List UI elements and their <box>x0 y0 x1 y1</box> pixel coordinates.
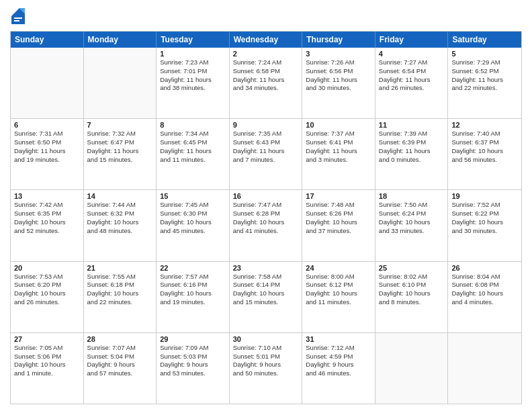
day-cell-17: 17Sunrise: 7:48 AMSunset: 6:26 PMDayligh… <box>302 190 375 261</box>
day-cell-2: 2Sunrise: 7:24 AMSunset: 6:58 PMDaylight… <box>230 48 303 118</box>
cell-info-line: and 19 minutes. <box>160 298 226 307</box>
cell-info-line: Sunset: 6:08 PM <box>451 281 518 289</box>
cell-info-line: Sunrise: 7:39 AM <box>379 130 445 138</box>
cell-info-line: and 26 minutes. <box>379 84 445 93</box>
cell-info-line: and 45 minutes. <box>160 227 226 236</box>
cell-info-line: and 19 minutes. <box>14 156 80 165</box>
cell-info-line: Daylight: 11 hours <box>306 76 371 85</box>
cell-info-line: Sunrise: 7:45 AM <box>160 201 226 210</box>
header <box>10 7 522 26</box>
cell-info-line: and 37 minutes. <box>306 227 371 236</box>
svg-rect-3 <box>14 20 19 21</box>
cell-info-line: Sunset: 6:18 PM <box>87 281 153 289</box>
day-cell-3: 3Sunrise: 7:26 AMSunset: 6:56 PMDaylight… <box>302 48 375 118</box>
day-of-week-wednesday: Wednesday <box>230 32 303 48</box>
cell-info-line: Daylight: 10 hours <box>451 147 518 156</box>
cell-info-line: Daylight: 10 hours <box>379 289 445 298</box>
day-cell-15: 15Sunrise: 7:45 AMSunset: 6:30 PMDayligh… <box>157 190 230 261</box>
cell-info-line: and 3 minutes. <box>306 156 371 165</box>
cell-info-line: and 56 minutes. <box>451 156 518 165</box>
day-cell-21: 21Sunrise: 7:55 AMSunset: 6:18 PMDayligh… <box>84 262 157 332</box>
day-number: 2 <box>233 50 299 58</box>
cell-info-line: and 11 minutes. <box>160 156 226 165</box>
cell-info-line: Sunset: 5:04 PM <box>87 353 153 361</box>
cell-info-line: Sunset: 6:24 PM <box>379 210 445 218</box>
day-number: 6 <box>14 121 80 129</box>
cell-info-line: Sunset: 6:22 PM <box>451 210 518 218</box>
cell-info-line: Sunset: 6:47 PM <box>87 138 153 147</box>
day-cell-1: 1Sunrise: 7:23 AMSunset: 7:01 PMDaylight… <box>157 48 230 118</box>
cell-info-line: Daylight: 10 hours <box>14 289 80 298</box>
cell-info-line: and 52 minutes. <box>14 227 80 236</box>
day-number: 30 <box>233 335 299 343</box>
cell-info-line: Sunrise: 7:58 AM <box>233 273 299 281</box>
cell-info-line: and 22 minutes. <box>87 298 153 307</box>
cell-info-line: Daylight: 9 hours <box>233 361 299 369</box>
cell-info-line: Daylight: 10 hours <box>379 218 445 227</box>
day-of-week-sunday: Sunday <box>11 32 84 48</box>
cell-info-line: and 4 minutes. <box>451 298 518 307</box>
cell-info-line: Sunrise: 7:37 AM <box>306 130 371 138</box>
calendar-body: 1Sunrise: 7:23 AMSunset: 7:01 PMDaylight… <box>11 48 521 404</box>
day-cell-6: 6Sunrise: 7:31 AMSunset: 6:50 PMDaylight… <box>11 119 84 189</box>
cell-info-line: Sunrise: 8:04 AM <box>451 273 518 281</box>
day-of-week-tuesday: Tuesday <box>157 32 230 48</box>
cell-info-line: Sunset: 6:37 PM <box>451 138 518 147</box>
cell-info-line: and 41 minutes. <box>233 227 299 236</box>
day-cell-26: 26Sunrise: 8:04 AMSunset: 6:08 PMDayligh… <box>448 262 521 332</box>
cell-info-line: Sunrise: 7:07 AM <box>87 344 153 353</box>
day-cell-28: 28Sunrise: 7:07 AMSunset: 5:04 PMDayligh… <box>84 333 157 404</box>
cell-info-line: Sunrise: 8:02 AM <box>379 273 445 281</box>
cell-info-line: and 30 minutes. <box>306 84 371 93</box>
day-number: 29 <box>160 335 226 343</box>
day-of-week-monday: Monday <box>84 32 157 48</box>
cell-info-line: Daylight: 10 hours <box>87 289 153 298</box>
day-cell-8: 8Sunrise: 7:34 AMSunset: 6:45 PMDaylight… <box>157 119 230 189</box>
cell-info-line: Sunrise: 7:52 AM <box>451 201 518 210</box>
logo <box>10 7 29 26</box>
calendar-row-3: 20Sunrise: 7:53 AMSunset: 6:20 PMDayligh… <box>11 261 521 332</box>
day-cell-24: 24Sunrise: 8:00 AMSunset: 6:12 PMDayligh… <box>302 262 375 332</box>
day-number: 22 <box>160 264 226 272</box>
day-cell-12: 12Sunrise: 7:40 AMSunset: 6:37 PMDayligh… <box>448 119 521 189</box>
cell-info-line: Sunrise: 7:29 AM <box>451 58 518 67</box>
cell-info-line: Sunset: 6:35 PM <box>14 210 80 218</box>
cell-info-line: Daylight: 9 hours <box>87 361 153 369</box>
cell-info-line: Daylight: 10 hours <box>14 361 80 369</box>
calendar: SundayMondayTuesdayWednesdayThursdayFrid… <box>10 31 522 404</box>
logo-icon <box>10 7 26 26</box>
cell-info-line: and 46 minutes. <box>306 369 371 378</box>
day-number: 31 <box>306 335 371 343</box>
calendar-row-4: 27Sunrise: 7:05 AMSunset: 5:06 PMDayligh… <box>11 332 521 404</box>
day-of-week-thursday: Thursday <box>302 32 375 48</box>
cell-info-line: Sunset: 6:28 PM <box>233 210 299 218</box>
cell-info-line: and 30 minutes. <box>451 227 518 236</box>
day-number: 14 <box>87 192 153 200</box>
cell-info-line: Sunset: 6:41 PM <box>306 138 371 147</box>
cell-info-line: Sunset: 6:10 PM <box>379 281 445 289</box>
cell-info-line: Daylight: 10 hours <box>306 289 371 298</box>
day-number: 4 <box>379 50 445 58</box>
day-cell-19: 19Sunrise: 7:52 AMSunset: 6:22 PMDayligh… <box>448 190 521 261</box>
cell-info-line: Daylight: 10 hours <box>451 218 518 227</box>
day-number: 9 <box>233 121 299 129</box>
cell-info-line: Daylight: 11 hours <box>160 76 226 85</box>
day-number: 5 <box>451 50 518 58</box>
cell-info-line: Daylight: 10 hours <box>14 218 80 227</box>
cell-info-line: Sunrise: 7:42 AM <box>14 201 80 210</box>
empty-cell <box>84 48 157 118</box>
cell-info-line: Daylight: 11 hours <box>87 147 153 156</box>
cell-info-line: Sunrise: 8:00 AM <box>306 273 371 281</box>
cell-info-line: Sunrise: 7:24 AM <box>233 58 299 67</box>
cell-info-line: Sunrise: 7:09 AM <box>160 344 226 353</box>
cell-info-line: Daylight: 10 hours <box>87 218 153 227</box>
cell-info-line: Daylight: 10 hours <box>160 218 226 227</box>
day-number: 27 <box>14 335 80 343</box>
cell-info-line: Sunset: 6:32 PM <box>87 210 153 218</box>
day-of-week-saturday: Saturday <box>448 32 521 48</box>
cell-info-line: and 50 minutes. <box>233 369 299 378</box>
day-cell-29: 29Sunrise: 7:09 AMSunset: 5:03 PMDayligh… <box>157 333 230 404</box>
day-number: 10 <box>306 121 371 129</box>
cell-info-line: Sunrise: 7:27 AM <box>379 58 445 67</box>
day-cell-4: 4Sunrise: 7:27 AMSunset: 6:54 PMDaylight… <box>375 48 449 118</box>
